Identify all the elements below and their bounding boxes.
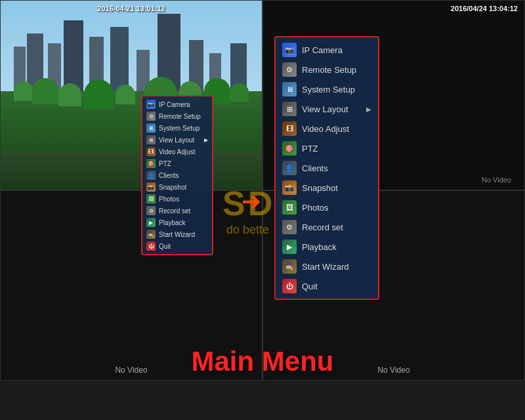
view-layout-arrow-small: ▶ [204,137,208,143]
small-menu-label-record-set: Record set [159,207,190,215]
large-menu-item-view-layout[interactable]: ⊞ View Layout ▶ [276,99,378,119]
large-menu-item-ptz[interactable]: 🎯 PTZ [276,138,378,158]
large-menu-item-clients[interactable]: 👤 Clients [276,158,378,178]
video-adjust-icon-small: 🎞 [146,147,156,156]
small-menu-item-remote-setup[interactable]: ⚙ Remote Setup [142,110,212,122]
remote-setup-icon-large: ⚙ [282,62,297,77]
video-adjust-icon-large: 🎞 [282,121,297,136]
small-menu-item-snapshot[interactable]: 📸 Snapshot [142,181,212,193]
quit-icon-small: ⏻ [146,242,156,251]
small-menu-item-ip-camera[interactable]: 📷 IP Camera [142,98,212,110]
playback-icon-large: ▶ [282,240,297,254]
small-menu-item-video-adjust[interactable]: 🎞 Video Adjust [142,146,212,158]
small-menu-item-ptz[interactable]: 🎯 PTZ [142,158,212,169]
remote-setup-icon-small: ⚙ [146,112,156,121]
small-menu-label-clients: Clients [159,172,179,179]
main-menu-label: Main Menu [192,346,334,377]
playback-icon-small: ▶ [146,218,156,227]
small-menu-item-playback[interactable]: ▶ Playback [142,217,212,228]
start-wizard-icon-large: 🧙 [282,259,297,274]
video-cell-top-left: 2016-04-21 13:01:12 [0,0,262,190]
ip-camera-icon-large: 📷 [282,43,297,57]
small-menu-label-snapshot: Snapshot [159,184,186,191]
large-menu-label-start-wizard: Start Wizard [302,262,349,272]
photos-icon-large: 🖼 [282,200,297,215]
snapshot-icon-large: 📸 [282,180,297,195]
small-menu-label-photos: Photos [159,196,179,203]
large-menu-item-start-wizard[interactable]: 🧙 Start Wizard [276,257,378,276]
large-menu-label-clients: Clients [302,163,328,173]
view-layout-icon-small: ⊞ [146,135,156,144]
small-menu-label-ip-camera: IP Camera [159,101,190,108]
view-layout-icon-large: ⊞ [282,102,297,116]
large-menu-label-record-set: Record set [302,222,343,232]
small-menu-label-view-layout: View Layout [159,136,194,144]
system-setup-icon-large: 🖥 [282,82,297,96]
menu-large[interactable]: 📷 IP Camera ⚙ Remote Setup 🖥 System Setu… [274,36,379,300]
large-menu-label-ptz: PTZ [302,144,318,154]
start-wizard-icon-small: 🧙 [146,230,156,239]
large-menu-label-ip-camera: IP Camera [302,45,343,55]
record-set-icon-large: ⚙ [282,220,297,234]
quit-icon-large: ⏻ [282,279,297,293]
large-menu-label-photos: Photos [302,203,328,213]
ptz-icon-large: 🎯 [282,141,297,156]
large-menu-label-remote-setup: Remote Setup [302,65,356,75]
large-menu-label-video-adjust: Video Adjust [302,124,349,134]
small-menu-item-view-layout[interactable]: ⊞ View Layout ▶ [142,134,212,146]
small-menu-label-system-setup: System Setup [159,125,200,132]
ptz-icon-small: 🎯 [146,159,156,168]
system-setup-icon-small: 🖥 [146,123,156,133]
large-menu-item-remote-setup[interactable]: ⚙ Remote Setup [276,60,378,79]
large-menu-label-quit: Quit [302,282,318,291]
large-menu-item-quit[interactable]: ⏻ Quit [276,276,378,296]
small-menu-item-record-set[interactable]: ⚙ Record set [142,205,212,217]
ip-camera-icon-small: 📷 [146,100,156,109]
small-menu-label-quit: Quit [159,243,171,250]
small-menu-label-playback: Playback [159,219,186,226]
large-menu-label-system-setup: System Setup [302,85,355,94]
photos-icon-small: 🖼 [146,194,156,203]
large-menu-item-video-adjust[interactable]: 🎞 Video Adjust [276,119,378,138]
large-menu-item-snapshot[interactable]: 📸 Snapshot [276,178,378,198]
no-video-top-right: No Video [482,175,511,184]
small-menu-label-remote-setup: Remote Setup [159,113,201,120]
small-menu-item-photos[interactable]: 🖼 Photos [142,193,212,205]
record-set-icon-small: ⚙ [146,206,156,215]
large-menu-label-view-layout: View Layout [302,104,348,114]
clients-icon-small: 👤 [146,171,156,180]
menu-small[interactable]: 📷 IP Camera ⚙ Remote Setup 🖥 System Setu… [141,95,213,255]
bottom-bar [0,381,525,420]
no-video-bottom-right: No Video [377,366,410,375]
timestamp-top-right: 2016/04/24 13:04:12 [451,5,518,12]
clients-icon-large: 👤 [282,161,297,175]
timestamp-top-left: 2016-04-21 13:01:12 [97,5,165,12]
large-menu-item-record-set[interactable]: ⚙ Record set [276,217,378,237]
small-menu-item-quit[interactable]: ⏻ Quit [142,240,212,252]
large-menu-item-photos[interactable]: 🖼 Photos [276,198,378,217]
large-menu-item-ip-camera[interactable]: 📷 IP Camera [276,40,378,60]
small-menu-label-start-wizard: Start Wizard [159,231,195,238]
small-menu-item-system-setup[interactable]: 🖥 System Setup [142,122,212,134]
small-menu-item-start-wizard[interactable]: 🧙 Start Wizard [142,228,212,240]
view-layout-arrow-large: ▶ [366,106,371,113]
large-menu-item-playback[interactable]: ▶ Playback [276,237,378,257]
no-video-bottom-left: No Video [115,366,147,375]
large-menu-label-playback: Playback [302,242,337,252]
small-menu-item-clients[interactable]: 👤 Clients [142,169,212,181]
snapshot-icon-small: 📸 [146,182,156,192]
small-menu-label-ptz: PTZ [159,160,171,167]
small-menu-label-video-adjust: Video Adjust [159,148,195,156]
large-menu-label-snapshot: Snapshot [302,183,338,193]
video-grid: 2016-04-21 13:01:12 2016/04/24 13:04:12 … [0,0,525,381]
arrow-indicator: ➔ [242,188,261,215]
large-menu-item-system-setup[interactable]: 🖥 System Setup [276,79,378,99]
